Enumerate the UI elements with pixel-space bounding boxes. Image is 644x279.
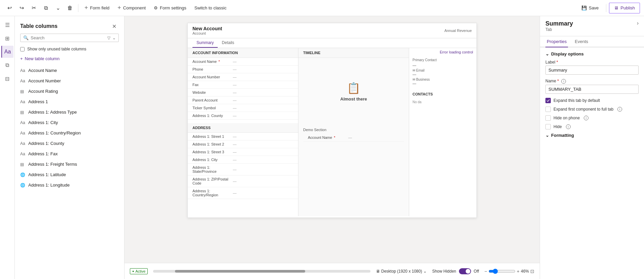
tab-properties[interactable]: Properties: [545, 36, 568, 47]
zoom-in-button[interactable]: +: [517, 269, 520, 274]
email-label: ✉ Email: [413, 69, 473, 72]
field-state: Address 1: State/Province —: [188, 164, 298, 175]
expand-first-info-icon[interactable]: i: [617, 107, 622, 112]
top-toolbar: ↩ ↪ ✂ ⧉ ⌄ 🗑 + Form field + Component ⚙ F…: [0, 0, 644, 16]
delete-button[interactable]: 🗑: [65, 3, 75, 13]
nav-hamburger[interactable]: ☰: [1, 19, 13, 31]
hide-on-phone-info-icon[interactable]: i: [584, 116, 588, 120]
switch-to-classic-button[interactable]: Switch to classic: [191, 3, 230, 13]
plus-icon-2: +: [117, 4, 121, 11]
publish-button[interactable]: 🖥 Publish: [609, 3, 640, 13]
column-item[interactable]: Aa Account Name: [15, 65, 124, 76]
name-field-label: Name * i: [545, 79, 639, 84]
summary-tab[interactable]: Summary: [192, 38, 218, 48]
column-item[interactable]: ▤ Account Rating: [15, 86, 124, 96]
demo-section-title: Demo Section: [303, 128, 404, 132]
hide-info-icon[interactable]: i: [566, 124, 571, 129]
column-item[interactable]: 🌐 Address 1: Latitude: [15, 169, 124, 180]
form-preview[interactable]: New Account Account Annual Revenue Summa…: [187, 23, 477, 218]
column-item[interactable]: Aa Address 1: County: [15, 138, 124, 149]
no-da-label: No da: [409, 99, 476, 105]
column-item[interactable]: Aa Address 1: Fax: [15, 149, 124, 159]
column-item[interactable]: Aa Address 1: [15, 96, 124, 107]
rp-expand-button[interactable]: ›: [637, 20, 639, 26]
formatting-collapse-icon: ⌄: [545, 133, 549, 138]
field-street3: Address 1: Street 3 —: [188, 148, 298, 156]
name-info-icon[interactable]: i: [561, 79, 566, 84]
details-tab[interactable]: Details: [218, 38, 238, 48]
form-field-button[interactable]: + Form field: [81, 3, 113, 13]
show-unused-checkbox[interactable]: [20, 47, 25, 51]
col-name: Account Name: [28, 68, 57, 73]
col-type-icon: ▤: [20, 162, 26, 167]
field-account-number: Account Number —: [188, 73, 298, 81]
form-header: New Account Account Annual Revenue: [188, 23, 476, 38]
column-item[interactable]: 🌐 Address 1: Longitude: [15, 180, 124, 190]
formatting-section[interactable]: ⌄ Formatting: [545, 133, 639, 138]
tab-events[interactable]: Events: [573, 36, 589, 47]
col-type-icon: ▤: [20, 110, 26, 115]
field-account-name: Account Name * —: [188, 58, 298, 66]
hide-checkbox[interactable]: [545, 124, 551, 129]
hide-on-phone-checkbox[interactable]: [545, 115, 551, 121]
cut-button[interactable]: ✂: [28, 3, 39, 13]
display-options-section[interactable]: ⌄ Display options: [545, 51, 639, 56]
column-item[interactable]: ▤ Address 1: Freight Terms: [15, 159, 124, 169]
name-input[interactable]: [545, 85, 639, 94]
show-unused-label: Show only unused table columns: [27, 47, 86, 51]
nav-layers[interactable]: ⧉: [1, 59, 13, 71]
zoom-controls: − + 46% ⊡: [485, 269, 534, 274]
zoom-label: 46%: [521, 269, 529, 274]
rp-content: ⌄ Display options Label * Name * i: [540, 47, 644, 279]
hide-row: Hide i: [545, 124, 639, 129]
panel-header: Table columns ✕: [15, 16, 124, 34]
desktop-label: Desktop (1920 x 1080): [381, 269, 422, 274]
error-loading-link[interactable]: Error loading control: [436, 48, 476, 56]
bottom-controls: 🖥 Desktop (1920 x 1080) ⌄ Show Hidden Of…: [376, 268, 534, 274]
label-input[interactable]: [545, 66, 639, 75]
fit-button[interactable]: ⊡: [530, 269, 534, 274]
column-item[interactable]: Aa Account Number: [15, 76, 124, 86]
add-column-button[interactable]: + New table column: [15, 53, 124, 64]
copy-button[interactable]: ⧉: [40, 3, 51, 13]
nav-field[interactable]: Aa: [1, 46, 13, 58]
filter-icon[interactable]: ▽: [107, 36, 110, 40]
form-settings-button[interactable]: ⚙ Form settings: [150, 3, 190, 13]
col-name: Address 1: City: [28, 120, 58, 125]
column-item[interactable]: Aa Address 1: City: [15, 117, 124, 128]
active-dot: ●: [132, 270, 134, 273]
component-button[interactable]: + Component: [114, 3, 149, 13]
panel-close-button[interactable]: ✕: [109, 22, 119, 31]
column-item[interactable]: ▤ Address 1: Address Type: [15, 107, 124, 117]
expand-tab-checkbox[interactable]: [545, 98, 551, 103]
desktop-select[interactable]: 🖥 Desktop (1920 x 1080) ⌄: [376, 269, 427, 274]
chevron-down-icon[interactable]: ⌄: [112, 36, 116, 40]
undo-button[interactable]: ↩: [4, 3, 15, 13]
search-input[interactable]: [31, 35, 105, 40]
col-name: Account Number: [28, 78, 61, 83]
expand-first-label: Expand first component to full tab: [553, 107, 613, 112]
redo-button[interactable]: ↪: [16, 3, 27, 13]
settings-icon: ⚙: [154, 5, 158, 10]
column-item[interactable]: Aa Address 1: Country/Region: [15, 128, 124, 138]
zoom-out-button[interactable]: −: [485, 269, 487, 274]
hide-label: Hide: [553, 124, 562, 129]
show-hidden-toggle[interactable]: [459, 268, 471, 274]
col-type-icon: Aa: [20, 141, 26, 146]
expand-first-checkbox[interactable]: [545, 107, 551, 112]
dropdown-button[interactable]: ⌄: [52, 3, 63, 13]
timeline-section: 📋 Almost there: [298, 58, 409, 125]
label-field-label: Label *: [545, 60, 639, 65]
nav-table[interactable]: ⊟: [1, 73, 13, 85]
scrollbar-thumb: [175, 270, 305, 273]
save-button[interactable]: 💾 Save: [577, 3, 604, 13]
hide-on-phone-row: Hide on phone i: [545, 115, 639, 121]
field-parent-account: Parent Account —: [188, 96, 298, 104]
nav-grid[interactable]: ⊞: [1, 32, 13, 44]
zoom-slider[interactable]: [489, 269, 515, 274]
canvas-scrollbar[interactable]: [153, 270, 370, 273]
col-name: Address 1: Longitude: [28, 183, 70, 188]
form-left-col: ACCOUNT INFORMATION Account Name * — Pho…: [188, 48, 298, 216]
form-field-label: Form field: [90, 5, 110, 10]
show-hidden-label: Show Hidden: [432, 269, 456, 274]
